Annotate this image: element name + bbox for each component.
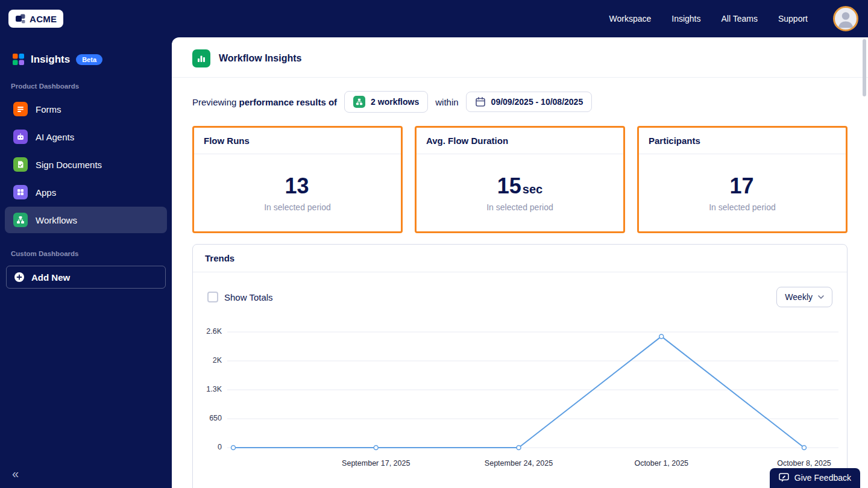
y-tick-label: 2K: [213, 356, 222, 364]
add-new-label: Add New: [31, 272, 70, 283]
person-icon: [835, 7, 857, 30]
give-feedback-button[interactable]: Give Feedback: [770, 468, 860, 488]
stat-cards-row: Flow Runs 13 In selected period Avg. Flo…: [192, 126, 848, 233]
stat-caption: In selected period: [486, 202, 553, 212]
y-tick-label: 650: [209, 414, 222, 422]
page-header: Workflow Insights: [172, 37, 868, 78]
acme-logo-text: ACME: [30, 14, 57, 24]
y-tick-label: 0: [218, 443, 222, 451]
page-title: Workflow Insights: [219, 53, 301, 64]
topnav-insights[interactable]: Insights: [671, 14, 700, 23]
topnav-support[interactable]: Support: [778, 14, 808, 23]
stat-value: 13: [285, 174, 309, 199]
workflow-mini-icon: [353, 96, 365, 108]
y-tick-label: 1.3K: [206, 385, 222, 393]
acme-logo[interactable]: ACME: [8, 10, 63, 28]
stat-card-title: Participants: [639, 128, 846, 154]
y-axis-labels: 06501.3K2K2.6K: [201, 324, 227, 454]
sidebar-item-forms[interactable]: Forms: [5, 96, 167, 122]
ai-agents-icon: [13, 130, 28, 144]
apps-icon: [13, 185, 28, 199]
sidebar-item-label: Apps: [36, 187, 56, 198]
stat-card-title: Flow Runs: [194, 128, 401, 154]
sign-documents-icon: [13, 157, 28, 172]
filter-text: Previewing performance results of: [192, 97, 337, 107]
sidebar-item-apps[interactable]: Apps: [5, 179, 167, 205]
feedback-icon: [779, 473, 789, 483]
top-navigation: Workspace Insights All Teams Support: [609, 6, 858, 31]
interval-dropdown-label: Weekly: [785, 292, 813, 302]
sidebar-item-workflows[interactable]: Workflows: [5, 207, 167, 233]
x-tick-label: September 24, 2025: [485, 459, 553, 468]
plus-icon: [14, 272, 25, 283]
sidebar-item-ai-agents[interactable]: AI Agents: [5, 124, 167, 150]
line-chart-plot: [227, 324, 838, 454]
show-totals-checkbox[interactable]: [207, 292, 218, 302]
trends-title: Trends: [193, 245, 847, 272]
user-avatar[interactable]: [833, 6, 858, 31]
show-totals-toggle[interactable]: Show Totals: [207, 292, 273, 302]
stat-card-flow-runs: Flow Runs 13 In selected period: [192, 126, 403, 233]
beta-badge: Beta: [76, 54, 102, 65]
x-tick-label: September 17, 2025: [342, 459, 410, 468]
sidebar-header: Insights Beta: [0, 53, 172, 66]
custom-dashboards-label: Custom Dashboards: [11, 250, 161, 257]
stat-card-participants: Participants 17 In selected period: [637, 126, 848, 233]
date-range-dropdown[interactable]: 09/09/2025 - 10/08/2025: [466, 92, 593, 112]
stat-unit: sec: [523, 183, 542, 196]
stat-caption: In selected period: [264, 202, 331, 212]
product-dashboards-label: Product Dashboards: [11, 83, 161, 90]
sidebar-collapse-icon[interactable]: «: [12, 467, 19, 481]
trends-card: Trends Show Totals Weekly 06501.3K2K2.6K: [192, 244, 848, 488]
workflows-icon: [13, 213, 28, 227]
sidebar-title: Insights: [31, 54, 70, 66]
stat-card-title: Avg. Flow Duration: [417, 128, 623, 154]
sidebar: Insights Beta Product Dashboards Forms A…: [0, 37, 172, 488]
sidebar-item-sign-documents[interactable]: Sign Documents: [5, 151, 167, 178]
topnav-workspace[interactable]: Workspace: [609, 14, 651, 23]
stat-caption: In selected period: [709, 202, 776, 212]
give-feedback-label: Give Feedback: [794, 473, 851, 483]
workflow-insights-icon: [192, 49, 210, 67]
sidebar-item-label: AI Agents: [36, 132, 74, 142]
sidebar-item-label: Workflows: [36, 215, 77, 225]
y-tick-label: 2.6K: [206, 327, 222, 336]
x-axis-labels: September 17, 2025September 24, 2025Octo…: [227, 454, 838, 469]
stat-value: 15: [497, 174, 521, 199]
sidebar-item-label: Forms: [36, 104, 61, 114]
date-range-label: 09/09/2025 - 10/08/2025: [491, 97, 583, 107]
x-tick-label: October 8, 2025: [777, 459, 831, 468]
scrollbar[interactable]: [863, 39, 866, 96]
filter-row: Previewing performance results of 2 work…: [192, 91, 848, 113]
add-new-button[interactable]: Add New: [6, 266, 166, 289]
x-tick-label: October 1, 2025: [634, 459, 688, 468]
insights-grid-icon: [12, 53, 25, 66]
forms-icon: [13, 102, 28, 116]
workflows-dropdown[interactable]: 2 workflows: [344, 91, 428, 113]
stat-card-avg-flow-duration: Avg. Flow Duration 15 sec In selected pe…: [415, 126, 625, 233]
calendar-icon: [475, 96, 486, 107]
chevron-down-icon: [818, 295, 824, 299]
sidebar-item-label: Sign Documents: [36, 160, 102, 170]
trend-chart: 06501.3K2K2.6K September 17, 2025Septemb…: [201, 324, 838, 469]
stat-value: 17: [729, 174, 753, 199]
show-totals-label: Show Totals: [224, 292, 273, 302]
acme-logo-icon: [15, 13, 26, 24]
interval-dropdown[interactable]: Weekly: [776, 287, 832, 307]
main-content: Previewing performance results of 2 work…: [172, 91, 868, 488]
main-panel: Workflow Insights Previewing performance…: [172, 37, 868, 488]
topnav-all-teams[interactable]: All Teams: [722, 14, 758, 23]
trend-controls: Show Totals Weekly: [193, 272, 847, 307]
sidebar-menu: Forms AI Agents Sign Documents Apps Work…: [0, 96, 172, 233]
workflows-dropdown-label: 2 workflows: [371, 97, 419, 107]
topbar: ACME Workspace Insights All Teams Suppor…: [0, 0, 868, 37]
filter-connector: within: [435, 97, 458, 107]
